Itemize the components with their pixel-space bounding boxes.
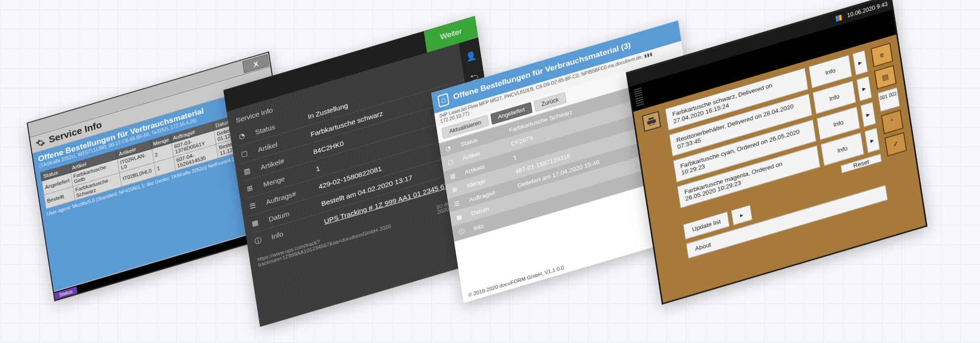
info-icon: ⓘ <box>458 226 468 236</box>
next-icon[interactable]: ▸ <box>864 128 880 153</box>
order-icon: ☰ <box>454 198 463 208</box>
play-button[interactable]: ▸ <box>731 205 753 225</box>
calendar-icon: ▦ <box>456 212 465 221</box>
menu-icon[interactable]: ≡ <box>871 43 893 67</box>
cube-icon: ▢ <box>447 157 457 166</box>
user-icon[interactable]: 👤 <box>465 49 477 62</box>
home-icon[interactable]: ⌂ <box>438 93 450 108</box>
gauge-icon: ◔ <box>236 131 247 142</box>
gauge-icon: ◔ <box>445 143 454 152</box>
qty-icon: ⊞ <box>244 183 255 194</box>
cube-icon: ▢ <box>239 148 250 159</box>
page-counter: 001 002 <box>878 87 900 112</box>
next-icon[interactable]: ▸ <box>860 102 876 127</box>
footer-copyright: © 2018-2020 docuFORM GmbH, V1.1.0.0 <box>468 264 564 297</box>
stack-icon[interactable]: ▤ <box>874 65 897 90</box>
scroll-up-icon[interactable]: ˄ <box>881 110 904 134</box>
printer-icon[interactable] <box>642 111 661 132</box>
gear-icon <box>35 137 46 148</box>
next-icon[interactable]: ▸ <box>853 50 868 75</box>
order-icon: ☰ <box>246 200 258 212</box>
barcode-icon: ▥ <box>449 171 459 180</box>
ink-level-icon <box>835 13 844 23</box>
calendar-icon: ▦ <box>249 218 261 229</box>
next-icon[interactable]: ▸ <box>857 76 872 101</box>
confirm-icon[interactable]: ✓ <box>884 132 907 156</box>
drag-handle-icon[interactable] <box>634 88 644 107</box>
qty-icon: ⊞ <box>451 185 461 194</box>
barcode-icon: ▥ <box>241 166 252 177</box>
info-icon: ⓘ <box>252 235 264 246</box>
